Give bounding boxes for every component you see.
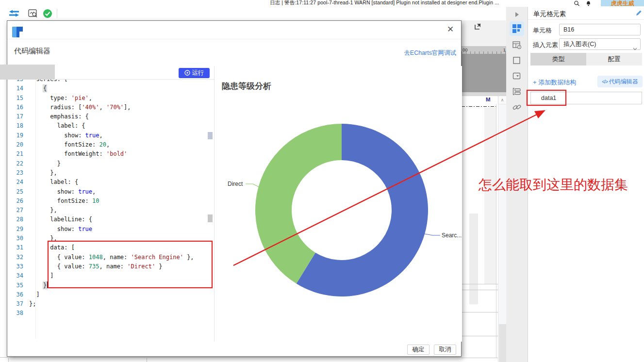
horizontal-ruler: 00 1 — [462, 46, 506, 54]
insert-element-select[interactable]: 插入图表(C) — [559, 38, 641, 50]
fine-logo — [11, 26, 24, 40]
add-data-structure-link[interactable]: + 添加数据结构 — [533, 78, 576, 87]
pie-label-direct: Direct — [228, 181, 243, 187]
report-column-shade — [484, 108, 496, 284]
code-lines[interactable]: 13 series: [14 {15 type: 'pie',16 radius… — [7, 75, 207, 318]
panel-divider — [528, 19, 644, 20]
grid-line — [462, 284, 498, 284]
background-gray-block — [0, 65, 55, 80]
preview-search-icon[interactable] — [28, 9, 38, 20]
editor-scroll-mark2[interactable] — [208, 214, 213, 222]
quick-toolbar — [0, 6, 506, 20]
column-border — [496, 104, 496, 358]
collapse-arrow-icon[interactable] — [514, 11, 519, 19]
tab-type[interactable]: 类型 — [530, 53, 586, 66]
panel-title: 单元格元素 — [533, 10, 566, 18]
chart-preview-panel: 隐患等级分析 Direct Searc... — [215, 66, 462, 342]
grid-line — [462, 336, 498, 336]
bottom-grid-strip — [0, 357, 462, 362]
code-brackets-icon: </> — [602, 79, 607, 84]
background-toolbar-area — [462, 20, 506, 46]
tab-config[interactable]: 配置 — [586, 53, 642, 66]
grid-vline — [147, 358, 147, 362]
log-text: 日志 | 警告:17:11:27 pool-7-thread-1 WARN [s… — [270, 0, 499, 6]
editor-scroll-mark[interactable] — [208, 132, 213, 139]
column-header-row: M — [462, 96, 498, 104]
annotation-question-text: 怎么能取到这里的数据集 — [479, 176, 628, 194]
pie-label-search: Searc... — [442, 232, 462, 239]
code-editor-dialog: ✕ 代码编辑器 去ECharts官网调试 运行 13 series: [14 {… — [7, 20, 462, 357]
cancel-button[interactable]: 取消 — [434, 345, 456, 355]
float-element-icon[interactable] — [512, 56, 521, 67]
hyperlink-chain-icon[interactable] — [512, 103, 521, 114]
log-bar: 日志 | 警告:17:11:27 pool-7-thread-1 WARN [s… — [0, 0, 644, 6]
toolbar-divider — [57, 9, 57, 18]
background-strip — [462, 92, 506, 96]
ok-button[interactable]: 确定 — [407, 345, 429, 355]
edit-pencil-icon[interactable] — [635, 10, 642, 18]
scrollbar-thumb[interactable] — [499, 324, 506, 362]
background-panel-block — [462, 54, 506, 92]
report-column-shade2 — [469, 214, 478, 304]
column-header-m[interactable]: M — [486, 97, 491, 102]
ruler-label-right: 1 — [503, 47, 506, 52]
scroll-up-button[interactable]: ∧ — [498, 96, 506, 104]
run-button[interactable]: 运行 — [179, 68, 210, 78]
insert-element-label: 插入元素 — [533, 41, 558, 49]
widget-dropdown-icon[interactable] — [512, 72, 521, 82]
table-info-icon[interactable] — [512, 41, 521, 51]
page-margin-line — [462, 106, 496, 107]
cell-element-tab-selected[interactable] — [510, 21, 524, 36]
dialog-title: 代码编辑器 — [14, 47, 50, 56]
close-icon[interactable]: ✕ — [446, 25, 455, 34]
label-line-direct — [246, 184, 259, 187]
header-divider — [7, 39, 461, 39]
screen: 日志 | 警告:17:11:27 pool-7-thread-1 WARN [s… — [0, 0, 644, 362]
sync-arrows-icon[interactable] — [8, 9, 20, 19]
layers-stack-icon[interactable] — [512, 87, 521, 98]
grid-line — [462, 312, 498, 313]
grid-line — [462, 358, 498, 358]
cell-input[interactable] — [559, 24, 641, 35]
canvas-vertical-scrollbar[interactable] — [498, 104, 506, 362]
promo-badge[interactable]: 虎虎生威 — [601, 0, 644, 6]
insert-element-value: 插入图表(C) — [563, 41, 596, 48]
grid-vline — [8, 358, 9, 362]
ruler-label-left: 00 — [462, 47, 468, 52]
echarts-debug-link[interactable]: 去ECharts官网调试 — [404, 49, 456, 57]
validate-check-icon[interactable] — [43, 9, 52, 20]
grid-line — [462, 290, 498, 290]
code-editor-link[interactable]: </>代码编辑器 — [597, 76, 643, 87]
donut-chart[interactable] — [215, 66, 462, 342]
popout-window-icon[interactable] — [474, 22, 482, 32]
cell-label: 单元格 — [533, 26, 552, 35]
label-line-search — [425, 234, 440, 235]
panel-tabs: 类型 配置 — [530, 53, 642, 66]
dataset-item-data1[interactable]: data1 — [530, 92, 642, 104]
chevron-down-icon — [633, 43, 637, 46]
